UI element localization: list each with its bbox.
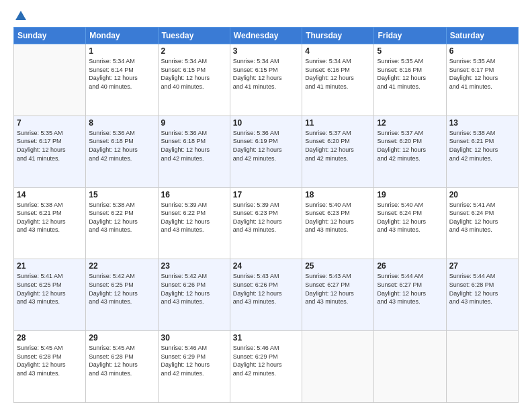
sunset-text: Sunset: 6:19 PM [233, 138, 278, 144]
day-number: 30 [161, 333, 227, 342]
calendar-cell: 12Sunrise: 5:37 AMSunset: 6:20 PMDayligh… [374, 116, 446, 187]
sunset-text: Sunset: 6:25 PM [89, 281, 134, 288]
sunrise-text: Sunrise: 5:44 AM [449, 273, 496, 279]
calendar-cell [446, 331, 518, 403]
daylight-text: Daylight: 12 hours [305, 75, 354, 81]
day-info: Sunrise: 5:35 AMSunset: 6:16 PMDaylight:… [377, 57, 443, 91]
calendar-cell: 26Sunrise: 5:44 AMSunset: 6:27 PMDayligh… [374, 259, 446, 331]
daylight-text: Daylight: 12 hours [17, 290, 66, 297]
daylight-text: Daylight: 12 hours [305, 146, 354, 153]
day-number: 8 [89, 118, 154, 128]
day-number: 19 [377, 190, 443, 199]
daylight-minutes-text: and 43 minutes. [89, 370, 132, 377]
calendar-cell: 13Sunrise: 5:38 AMSunset: 6:21 PMDayligh… [446, 116, 518, 187]
calendar-cell: 3Sunrise: 5:34 AMSunset: 6:15 PMDaylight… [230, 44, 302, 116]
calendar-cell [374, 331, 446, 403]
sunset-text: Sunset: 6:23 PM [233, 210, 278, 216]
calendar-cell: 10Sunrise: 5:36 AMSunset: 6:19 PMDayligh… [230, 116, 302, 187]
sunrise-text: Sunrise: 5:45 AM [17, 345, 63, 351]
daylight-minutes-text: and 43 minutes. [377, 298, 420, 305]
day-number: 20 [449, 190, 515, 199]
daylight-text: Daylight: 12 hours [161, 218, 210, 225]
sunset-text: Sunset: 6:20 PM [305, 138, 350, 144]
daylight-minutes-text: and 43 minutes. [89, 226, 132, 233]
day-number: 10 [233, 118, 299, 128]
sunrise-text: Sunrise: 5:35 AM [449, 58, 496, 64]
weekday-header: Thursday [302, 28, 374, 44]
sunrise-text: Sunrise: 5:35 AM [377, 58, 423, 64]
day-info: Sunrise: 5:37 AMSunset: 6:20 PMDaylight:… [305, 129, 371, 163]
day-info: Sunrise: 5:34 AMSunset: 6:15 PMDaylight:… [233, 57, 299, 91]
sunset-text: Sunset: 6:16 PM [305, 66, 350, 73]
calendar-cell: 9Sunrise: 5:36 AMSunset: 6:18 PMDaylight… [158, 116, 230, 187]
calendar-week-row: 14Sunrise: 5:38 AMSunset: 6:21 PMDayligh… [14, 187, 519, 259]
daylight-minutes-text: and 43 minutes. [305, 226, 348, 233]
sunset-text: Sunset: 6:28 PM [449, 281, 494, 288]
daylight-text: Daylight: 12 hours [233, 290, 282, 297]
calendar-week-row: 28Sunrise: 5:45 AMSunset: 6:28 PMDayligh… [14, 331, 519, 403]
calendar-cell: 28Sunrise: 5:45 AMSunset: 6:28 PMDayligh… [14, 331, 86, 403]
day-info: Sunrise: 5:43 AMSunset: 6:26 PMDaylight:… [233, 272, 299, 306]
calendar-cell: 21Sunrise: 5:41 AMSunset: 6:25 PMDayligh… [14, 259, 86, 331]
day-number: 31 [233, 333, 299, 342]
daylight-minutes-text: and 40 minutes. [161, 83, 204, 90]
sunrise-text: Sunrise: 5:34 AM [305, 58, 351, 64]
daylight-text: Daylight: 12 hours [17, 218, 66, 225]
day-number: 7 [17, 118, 83, 128]
sunrise-text: Sunrise: 5:42 AM [89, 273, 135, 279]
calendar-cell: 31Sunrise: 5:46 AMSunset: 6:29 PMDayligh… [230, 331, 302, 403]
day-number: 3 [233, 46, 299, 56]
day-info: Sunrise: 5:34 AMSunset: 6:14 PMDaylight:… [89, 57, 154, 91]
logo-text [13, 11, 26, 21]
sunset-text: Sunset: 6:22 PM [161, 210, 206, 216]
day-number: 24 [233, 261, 299, 271]
sunrise-text: Sunrise: 5:41 AM [449, 201, 496, 208]
calendar-cell [302, 331, 374, 403]
day-info: Sunrise: 5:38 AMSunset: 6:21 PMDaylight:… [17, 201, 83, 234]
daylight-minutes-text: and 43 minutes. [17, 226, 60, 233]
sunset-text: Sunset: 6:26 PM [161, 281, 206, 288]
daylight-minutes-text: and 42 minutes. [89, 155, 132, 162]
calendar-cell: 24Sunrise: 5:43 AMSunset: 6:26 PMDayligh… [230, 259, 302, 331]
daylight-minutes-text: and 40 minutes. [89, 83, 132, 90]
logo-triangle-icon [15, 11, 26, 20]
day-info: Sunrise: 5:40 AMSunset: 6:24 PMDaylight:… [377, 201, 443, 234]
calendar-cell: 14Sunrise: 5:38 AMSunset: 6:21 PMDayligh… [14, 187, 86, 259]
day-info: Sunrise: 5:44 AMSunset: 6:28 PMDaylight:… [449, 272, 515, 306]
calendar-week-row: 7Sunrise: 5:35 AMSunset: 6:17 PMDaylight… [14, 116, 519, 187]
calendar-cell: 2Sunrise: 5:34 AMSunset: 6:15 PMDaylight… [158, 44, 230, 116]
sunrise-text: Sunrise: 5:38 AM [89, 201, 135, 208]
sunset-text: Sunset: 6:21 PM [17, 210, 62, 216]
day-number: 26 [377, 261, 443, 271]
weekday-header: Saturday [446, 28, 518, 44]
sunrise-text: Sunrise: 5:40 AM [305, 201, 351, 208]
daylight-text: Daylight: 12 hours [377, 75, 426, 81]
daylight-text: Daylight: 12 hours [233, 146, 282, 153]
day-number: 9 [161, 118, 227, 128]
day-number: 4 [305, 46, 371, 56]
weekday-header: Tuesday [158, 28, 230, 44]
day-info: Sunrise: 5:40 AMSunset: 6:23 PMDaylight:… [305, 201, 371, 234]
sunset-text: Sunset: 6:21 PM [449, 138, 494, 144]
day-number: 21 [17, 261, 83, 271]
day-info: Sunrise: 5:34 AMSunset: 6:16 PMDaylight:… [305, 57, 371, 91]
sunrise-text: Sunrise: 5:37 AM [377, 130, 423, 136]
sunset-text: Sunset: 6:29 PM [161, 353, 206, 360]
sunrise-text: Sunrise: 5:39 AM [233, 201, 279, 208]
daylight-text: Daylight: 12 hours [89, 218, 138, 225]
daylight-minutes-text: and 41 minutes. [305, 83, 348, 90]
calendar-header-row: SundayMondayTuesdayWednesdayThursdayFrid… [14, 28, 519, 44]
sunrise-text: Sunrise: 5:36 AM [233, 130, 279, 136]
daylight-text: Daylight: 12 hours [17, 361, 66, 368]
sunset-text: Sunset: 6:25 PM [17, 281, 62, 288]
daylight-minutes-text: and 43 minutes. [161, 298, 204, 305]
daylight-minutes-text: and 43 minutes. [17, 298, 60, 305]
daylight-text: Daylight: 12 hours [233, 218, 282, 225]
day-info: Sunrise: 5:35 AMSunset: 6:17 PMDaylight:… [17, 129, 83, 163]
daylight-minutes-text: and 43 minutes. [233, 226, 276, 233]
daylight-text: Daylight: 12 hours [377, 218, 426, 225]
daylight-text: Daylight: 12 hours [161, 146, 210, 153]
sunset-text: Sunset: 6:17 PM [17, 138, 62, 144]
sunset-text: Sunset: 6:24 PM [377, 210, 422, 216]
calendar-week-row: 1Sunrise: 5:34 AMSunset: 6:14 PMDaylight… [14, 44, 519, 116]
